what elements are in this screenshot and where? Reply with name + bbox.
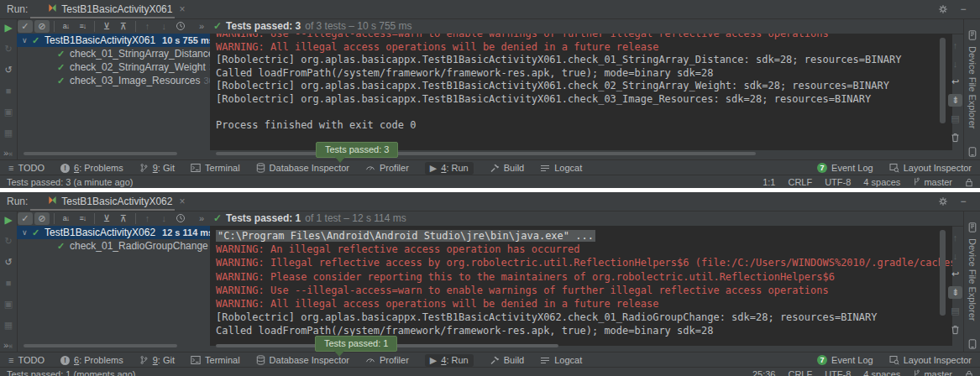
down-stack-trace[interactable]: ↓ [948, 249, 962, 262]
test-history[interactable] [173, 20, 188, 33]
print[interactable]: ▤ [948, 112, 962, 125]
previous-occurrence[interactable]: ↑ [140, 20, 155, 33]
terminal[interactable]: Terminal [191, 163, 240, 173]
tab-close-icon[interactable]: × [179, 3, 185, 15]
run-tab-x061[interactable]: TestB1BasicActivityX061 × [43, 0, 190, 18]
stop[interactable]: ■ [3, 277, 14, 289]
soft-wrap[interactable]: ↩ [948, 76, 962, 88]
build[interactable]: Build [490, 355, 524, 365]
collapse-all[interactable]: ⊼ [116, 212, 131, 225]
device-file-explorer[interactable]: Device File Explorer [967, 30, 977, 128]
run-tab-x062[interactable]: TestB1BasicActivityX062 × [43, 192, 190, 211]
soft-wrap[interactable]: ↩ [948, 268, 962, 280]
lock-icon[interactable] [965, 370, 973, 376]
screenshot[interactable]: ▣ [3, 298, 14, 310]
layout-inspector-button[interactable]: Layout Inspector [889, 355, 972, 365]
expand-all[interactable]: ⊻ [99, 212, 114, 225]
divider[interactable] [54, 21, 55, 32]
rerun-tests[interactable]: ▶ [3, 22, 14, 34]
run[interactable]: ▶ 4: Run [425, 354, 474, 367]
layout-inspector-button[interactable]: Layout Inspector [889, 163, 972, 173]
problems[interactable]: ! 6: Problems [60, 163, 123, 173]
rerun-tests[interactable]: ▶ [3, 214, 14, 226]
run-console[interactable]: WARNING: Use --illegal-access=warn to en… [210, 34, 952, 150]
problems[interactable]: ! 6: Problems [60, 355, 123, 365]
line-ending[interactable]: CRLF [788, 369, 812, 376]
screen-record[interactable]: ▦ [3, 127, 14, 138]
settings-gear-icon[interactable] [936, 195, 950, 208]
database-inspector[interactable]: Database Inspector [256, 163, 349, 173]
caret-position[interactable]: 25:36 [752, 369, 776, 376]
show-passed[interactable]: ✓ [18, 212, 33, 225]
caret-position[interactable]: 1:1 [763, 177, 775, 187]
console-horizontal-scrollbar[interactable] [216, 152, 756, 155]
collapse-all[interactable]: ⊼ [116, 20, 131, 33]
test-tree-row[interactable]: ✓ check_02_StringArray_Weight 327 ms [17, 60, 210, 74]
divider[interactable] [135, 213, 136, 224]
file-encoding[interactable]: UTF-8 [825, 369, 851, 376]
more-chevrons-icon[interactable]: » [3, 148, 8, 158]
profiler[interactable]: Profiler [365, 163, 409, 173]
lock-icon[interactable] [965, 178, 973, 187]
up-stack-trace[interactable]: ↑ [948, 231, 962, 243]
run[interactable]: ▶ 4: Run [425, 162, 474, 175]
file-encoding[interactable]: UTF-8 [825, 177, 851, 187]
test-tree-row[interactable]: ∨ ✓ TestB1BasicActivityX061 (org.aplas.t… [17, 34, 210, 47]
tab-close-icon[interactable]: × [179, 196, 185, 207]
hide-window-icon[interactable]: − [956, 195, 970, 208]
line-ending[interactable]: CRLF [788, 177, 812, 187]
git-branch[interactable]: master [913, 177, 952, 188]
screen-record[interactable]: ▦ [3, 319, 14, 331]
indent-setting[interactable]: 4 spaces [863, 177, 900, 187]
git-branch[interactable]: master [913, 369, 952, 376]
test-tree-row[interactable]: ✓ check_01_StringArray_Distance 10 s 64 … [17, 47, 210, 60]
next-occurrence[interactable]: ↓ [156, 20, 171, 33]
sort-alphabetically[interactable]: a↓ [59, 20, 74, 33]
test-tree-row[interactable]: ✓ check_03_Image_Resources 364 ms [17, 74, 210, 87]
tree-horizontal-scrollbar[interactable] [24, 152, 177, 155]
test-history[interactable] [173, 212, 188, 225]
git[interactable]: 9: Git [139, 355, 175, 365]
rerun-failed-tests[interactable]: ↻ [3, 235, 14, 247]
event-log-button[interactable]: 7 Event Log [817, 163, 873, 173]
more-chevrons-icon[interactable]: » [3, 340, 8, 350]
sort-alphabetically[interactable]: a↓ [59, 212, 74, 225]
screenshot[interactable]: ▣ [3, 106, 14, 118]
show-passed[interactable]: ✓ [18, 20, 33, 33]
todo[interactable]: ≡ TODO [8, 355, 45, 365]
more-toolbar-actions[interactable]: » [194, 20, 209, 33]
previous-occurrence[interactable]: ↑ [140, 212, 155, 225]
scroll-to-end[interactable]: ⇟ [948, 94, 962, 107]
show-ignored[interactable]: ⊘ [34, 212, 50, 225]
logcat[interactable]: Logcat [540, 355, 582, 365]
git[interactable]: 9: Git [139, 163, 175, 173]
chevron-down-icon[interactable]: ∨ [22, 228, 32, 237]
down-stack-trace[interactable]: ↓ [948, 57, 962, 70]
run-console[interactable]: "C:\Program Files\Android\Android Studio… [210, 226, 952, 346]
clear-all[interactable] [948, 131, 962, 144]
chevron-down-icon[interactable]: ∨ [22, 36, 32, 44]
sort-by-duration[interactable]: ≡↓ [75, 212, 90, 225]
show-ignored[interactable]: ⊘ [34, 20, 50, 33]
expand-all[interactable]: ⊻ [99, 20, 114, 33]
more-toolbar-actions[interactable]: » [194, 212, 209, 225]
next-occurrence[interactable]: ↓ [156, 212, 171, 225]
print[interactable]: ▤ [948, 305, 962, 317]
todo[interactable]: ≡ TODO [8, 163, 45, 173]
indent-setting[interactable]: 4 spaces [863, 369, 900, 376]
test-tree-row[interactable]: ∨ ✓ TestB1BasicActivityX062 (org.aplas.t… [17, 226, 210, 239]
stop[interactable]: ■ [3, 85, 14, 97]
run-configuration[interactable]: ↺ [3, 64, 14, 76]
test-tree-row[interactable]: ✓ check_01_RadioGroupChange 12 s 114 ms [17, 239, 210, 253]
settings-gear-icon[interactable] [936, 3, 950, 16]
logcat[interactable]: Logcat [540, 163, 582, 173]
build[interactable]: Build [490, 163, 524, 173]
hide-window-icon[interactable]: − [956, 3, 970, 16]
divider[interactable] [135, 21, 136, 32]
up-stack-trace[interactable]: ↑ [948, 39, 962, 51]
console-vertical-scrollbar[interactable] [940, 38, 946, 123]
sort-by-duration[interactable]: ≡↓ [75, 20, 90, 33]
rerun-failed-tests[interactable]: ↻ [3, 43, 14, 55]
terminal[interactable]: Terminal [191, 355, 240, 365]
divider[interactable] [94, 213, 95, 224]
